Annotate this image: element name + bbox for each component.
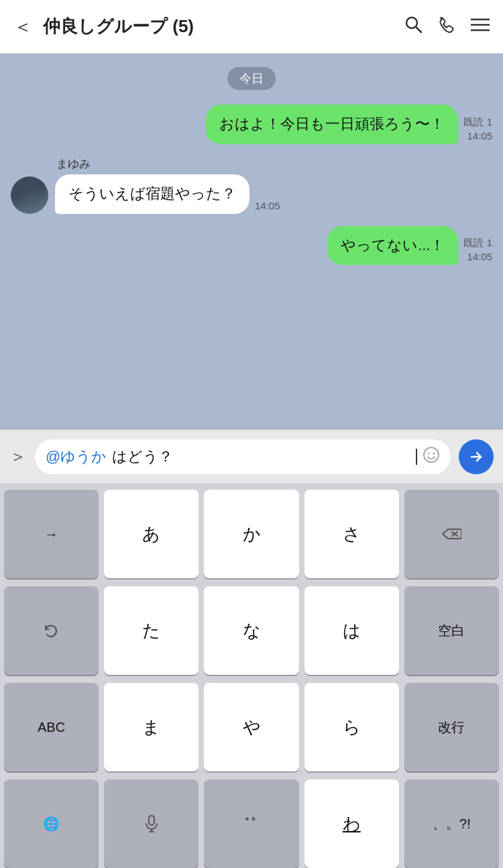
key-ma[interactable]: ま [104, 683, 199, 771]
expand-button[interactable]: ＞ [9, 445, 27, 468]
key-ha[interactable]: は [304, 586, 399, 675]
message-time: 14:05 [467, 251, 492, 262]
key-a[interactable]: あ [104, 490, 199, 578]
emoji-button[interactable] [423, 446, 440, 468]
bubble-row: 既読 1 14:05 やってない...！ [327, 226, 492, 266]
read-status: 既読 1 [463, 237, 492, 250]
message-meta: 既読 1 14:05 [463, 237, 492, 262]
date-badge: 今日 [227, 67, 276, 90]
back-button[interactable]: ＜ [13, 14, 32, 40]
chat-area: 今日 既読 1 14:05 おはよ！今日も一日頑張ろう〜！ まゆみ そういえば宿… [0, 54, 503, 429]
message-row: まゆみ そういえば宿題やった？ 14:05 [11, 156, 492, 214]
read-status: 既読 1 [463, 116, 492, 129]
header-icons [404, 15, 490, 38]
message-input[interactable]: @ゆうか はどう？ [35, 439, 451, 474]
header: ＜ 仲良しグループ (5) [0, 0, 503, 54]
key-wa[interactable]: わ [304, 779, 399, 868]
keyboard: → あ か さ た な は 空白 ABC ま や ら 改行 [0, 483, 503, 868]
sender-name: まゆみ [56, 156, 280, 172]
key-return[interactable]: 改行 [404, 683, 499, 771]
input-area: ＞ @ゆうか はどう？ [0, 429, 503, 483]
input-text: はどう？ [112, 447, 410, 467]
message-bubble: やってない...！ [327, 226, 458, 266]
message-bubble: そういえば宿題やった？ [55, 174, 249, 214]
bubble-row: 既読 1 14:05 おはよ！今日も一日頑張ろう〜！ [206, 105, 492, 144]
keyboard-row-3: ABC ま や ら 改行 [4, 683, 499, 771]
message-row: 既読 1 14:05 やってない...！ [11, 226, 492, 266]
avatar-image [11, 176, 48, 214]
svg-rect-10 [149, 816, 154, 825]
key-abc[interactable]: ABC [4, 683, 99, 771]
svg-point-6 [428, 452, 430, 454]
key-space[interactable]: 空白 [404, 586, 499, 675]
message-group: まゆみ そういえば宿題やった？ 14:05 [55, 156, 280, 214]
menu-icon[interactable] [471, 16, 490, 37]
key-sa[interactable]: さ [304, 490, 399, 578]
key-ya[interactable]: や [204, 683, 298, 771]
search-icon[interactable] [404, 15, 423, 38]
key-delete[interactable] [404, 490, 499, 578]
key-arrow[interactable]: → [4, 490, 99, 578]
avatar [11, 176, 48, 214]
message-meta: 既読 1 14:05 [463, 116, 492, 142]
svg-point-5 [424, 447, 439, 462]
message-bubble: おはよ！今日も一日頑張ろう〜！ [206, 105, 458, 144]
key-ka[interactable]: か [204, 490, 298, 578]
key-undo[interactable] [4, 586, 99, 675]
message-meta: 14:05 [255, 200, 280, 211]
message-time: 14:05 [467, 130, 492, 142]
phone-icon[interactable] [437, 15, 456, 38]
message-row: 既読 1 14:05 おはよ！今日も一日頑張ろう〜！ [11, 105, 492, 144]
key-mic[interactable] [104, 779, 199, 868]
svg-line-1 [416, 28, 422, 33]
bubble-row: そういえば宿題やった？ 14:05 [55, 174, 280, 214]
keyboard-row-2: た な は 空白 [4, 586, 499, 675]
key-punctuation[interactable]: 、。?! [404, 779, 499, 868]
send-button[interactable] [459, 439, 494, 474]
keyboard-row-1: → あ か さ [4, 490, 499, 578]
key-kana-small[interactable]: ﾞﾟ [204, 779, 298, 868]
mention-tag: @ゆうか [46, 447, 107, 467]
key-globe[interactable]: 🌐 [4, 779, 99, 868]
keyboard-row-4: 🌐 ﾞﾟ わ 、。?! [4, 779, 499, 868]
svg-point-0 [406, 17, 417, 28]
text-cursor [416, 449, 417, 465]
chat-title: 仲良しグループ (5) [43, 15, 396, 38]
message-time: 14:05 [255, 200, 280, 211]
svg-point-7 [433, 452, 435, 454]
key-ra[interactable]: ら [304, 683, 399, 771]
key-na[interactable]: な [204, 586, 298, 675]
key-ta[interactable]: た [104, 586, 199, 675]
